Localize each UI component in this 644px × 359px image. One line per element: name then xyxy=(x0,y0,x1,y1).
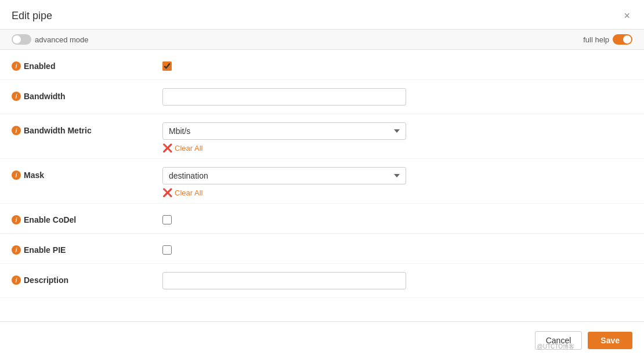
full-help-label: full help xyxy=(583,35,609,44)
enable-codel-label-wrap: i Enable CoDel xyxy=(12,212,162,224)
bandwidth-metric-info-icon: i xyxy=(12,126,21,135)
enabled-checkbox[interactable] xyxy=(162,61,172,71)
enable-codel-control xyxy=(162,212,632,224)
advanced-mode-knob xyxy=(13,35,21,43)
toolbar-bar: advanced mode full help xyxy=(0,30,644,50)
bandwidth-metric-select-wrapper: bit/s Kbit/s Mbit/s Gbit/s xyxy=(162,122,406,140)
enabled-row: i Enabled xyxy=(0,50,644,80)
bandwidth-control: 10 xyxy=(162,88,632,106)
enable-pie-checkbox-wrap xyxy=(162,242,632,255)
save-button[interactable]: Save xyxy=(588,332,632,349)
mask-label-wrap: i Mask xyxy=(12,167,162,180)
advanced-mode-label: advanced mode xyxy=(35,35,89,44)
bandwidth-metric-select[interactable]: bit/s Kbit/s Mbit/s Gbit/s xyxy=(162,122,406,140)
enabled-label-wrap: i Enabled xyxy=(12,58,162,71)
mask-clear-all[interactable]: Clear All xyxy=(175,188,202,197)
advanced-mode-switch[interactable] xyxy=(12,34,31,45)
bandwidth-info-icon: i xyxy=(12,92,21,101)
enabled-label: Enabled xyxy=(24,61,55,71)
enable-codel-label: Enable CoDel xyxy=(24,215,76,224)
close-button[interactable]: × xyxy=(621,9,632,22)
full-help-knob xyxy=(623,35,631,43)
full-help-toggle[interactable]: full help xyxy=(583,34,632,45)
enabled-info-icon: i xyxy=(12,61,21,71)
mask-select-wrapper: none source destination xyxy=(162,167,406,184)
bandwidth-metric-clear-icon: ❌ xyxy=(162,143,172,153)
mask-clear-icon: ❌ xyxy=(162,188,172,197)
mask-info-icon: i xyxy=(12,171,21,180)
enable-codel-checkbox[interactable] xyxy=(162,215,172,224)
description-input[interactable]: 10Mbps_download xyxy=(162,272,406,289)
edit-pipe-modal: Edit pipe × advanced mode full help i En… xyxy=(0,0,644,359)
modal-header: Edit pipe × xyxy=(0,0,644,30)
bandwidth-label-wrap: i Bandwidth xyxy=(12,88,162,101)
bandwidth-metric-clear-wrap: ❌ Clear All xyxy=(162,143,632,153)
mask-row: i Mask none source destination ❌ Clear A… xyxy=(0,159,644,204)
enable-codel-checkbox-wrap xyxy=(162,212,632,224)
enable-pie-info-icon: i xyxy=(12,245,21,255)
watermark: @UTCTO博客 xyxy=(537,343,574,351)
enable-pie-label: Enable PIE xyxy=(24,245,66,255)
bandwidth-metric-label-wrap: i Bandwidth Metric xyxy=(12,122,162,135)
advanced-mode-toggle[interactable]: advanced mode xyxy=(12,34,89,45)
enable-pie-checkbox[interactable] xyxy=(162,245,172,255)
enabled-control xyxy=(162,58,632,71)
modal-title: Edit pipe xyxy=(12,10,52,22)
enable-codel-row: i Enable CoDel xyxy=(0,204,644,234)
enable-pie-row: i Enable PIE xyxy=(0,234,644,264)
bandwidth-metric-clear-all[interactable]: Clear All xyxy=(175,144,202,153)
mask-clear-wrap: ❌ Clear All xyxy=(162,188,632,197)
mask-select[interactable]: none source destination xyxy=(162,167,406,184)
modal-body: i Enabled i Bandwidth 10 i Bandwidt xyxy=(0,50,644,321)
full-help-switch[interactable] xyxy=(613,34,632,45)
description-label-wrap: i Description xyxy=(12,272,162,285)
bandwidth-label: Bandwidth xyxy=(24,92,66,101)
bandwidth-metric-control: bit/s Kbit/s Mbit/s Gbit/s ❌ Clear All xyxy=(162,122,632,156)
modal-footer: Cancel Save xyxy=(0,321,644,359)
mask-control: none source destination ❌ Clear All xyxy=(162,167,632,201)
enable-pie-label-wrap: i Enable PIE xyxy=(12,242,162,255)
bandwidth-row: i Bandwidth 10 xyxy=(0,80,644,114)
bandwidth-metric-label: Bandwidth Metric xyxy=(24,126,92,135)
bandwidth-input[interactable]: 10 xyxy=(162,88,406,106)
description-control: 10Mbps_download xyxy=(162,272,632,289)
description-row: i Description 10Mbps_download xyxy=(0,264,644,298)
mask-label: Mask xyxy=(24,171,44,180)
bandwidth-metric-row: i Bandwidth Metric bit/s Kbit/s Mbit/s G… xyxy=(0,114,644,159)
enabled-checkbox-wrap xyxy=(162,58,632,71)
enable-pie-control xyxy=(162,242,632,255)
enable-codel-info-icon: i xyxy=(12,215,21,224)
description-info-icon: i xyxy=(12,275,21,285)
description-label: Description xyxy=(24,275,68,285)
